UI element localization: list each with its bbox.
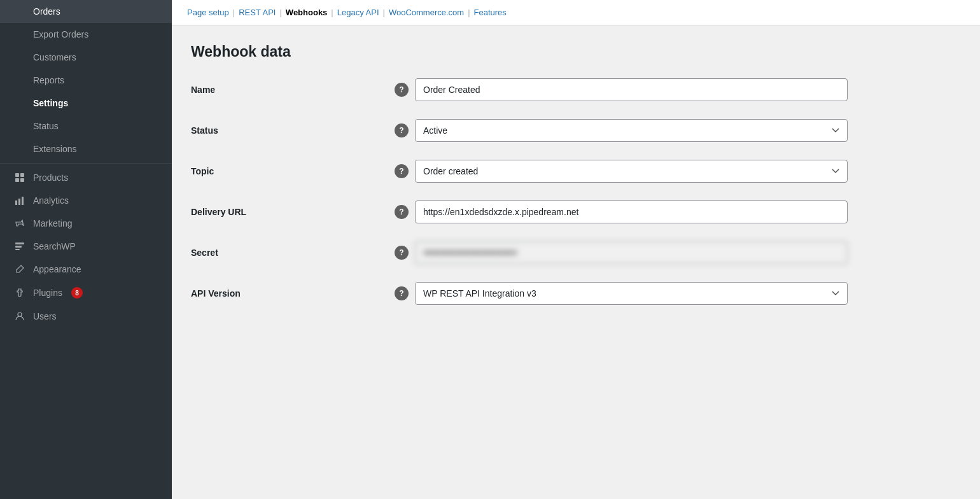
api-version-label: API Version [191, 282, 395, 299]
api-version-help-icon[interactable]: ? [395, 286, 409, 300]
topic-select[interactable]: Order created Order updated Order delete… [415, 160, 848, 183]
users-icon [13, 311, 27, 321]
sidebar-item-orders[interactable]: Orders [0, 0, 172, 23]
svg-rect-2 [15, 178, 19, 182]
svg-point-10 [18, 313, 22, 316]
svg-rect-0 [15, 173, 19, 177]
sidebar-item-marketing[interactable]: Marketing [0, 212, 172, 235]
svg-rect-6 [22, 197, 24, 205]
name-input[interactable] [415, 78, 848, 101]
sidebar-item-searchwp[interactable]: SearchWP [0, 235, 172, 258]
secret-input[interactable] [415, 241, 848, 264]
sidebar-item-extensions[interactable]: Extensions [0, 137, 172, 160]
svg-rect-8 [15, 246, 22, 248]
status-label: Status [191, 119, 395, 136]
searchwp-icon [13, 241, 27, 251]
secret-field: ? [395, 241, 961, 264]
marketing-icon [13, 218, 27, 228]
secret-help-icon[interactable]: ? [395, 246, 409, 260]
topic-label: Topic [191, 160, 395, 176]
subnav-rest-api[interactable]: REST API [239, 8, 276, 17]
sidebar-item-customers[interactable]: Customers [0, 46, 172, 69]
subnav-page-setup[interactable]: Page setup [187, 8, 229, 17]
api-version-field-row: API Version ? WP REST API Integration v3… [191, 282, 961, 305]
name-help-icon[interactable]: ? [395, 83, 409, 97]
sidebar: Orders Export Orders Customers Reports S… [0, 0, 172, 499]
sidebar-item-reports[interactable]: Reports [0, 69, 172, 92]
plugins-icon [13, 288, 27, 298]
plugins-badge: 8 [71, 287, 83, 299]
topic-field-row: Topic ? Order created Order updated Orde… [191, 160, 961, 183]
subnav-legacy-api[interactable]: Legacy API [337, 8, 379, 17]
delivery-url-help-icon[interactable]: ? [395, 205, 409, 219]
api-version-select[interactable]: WP REST API Integration v3 WP REST API I… [415, 282, 848, 305]
svg-rect-5 [18, 199, 20, 205]
delivery-url-input[interactable] [415, 200, 848, 223]
delivery-url-field-row: Delivery URL ? [191, 200, 961, 223]
page-title: Webhook data [191, 43, 961, 60]
sidebar-item-products[interactable]: Products [0, 166, 172, 189]
sidebar-item-export-orders[interactable]: Export Orders [0, 23, 172, 46]
svg-rect-7 [15, 242, 24, 244]
main-content: Page setup | REST API | Webhooks | Legac… [172, 0, 980, 499]
sidebar-item-users[interactable]: Users [0, 305, 172, 328]
subnav-woocommerce-com[interactable]: WooCommerce.com [389, 8, 464, 17]
api-version-field: ? WP REST API Integration v3 WP REST API… [395, 282, 961, 305]
sidebar-item-plugins[interactable]: Plugins 8 [0, 281, 172, 305]
sidebar-item-appearance[interactable]: Appearance [0, 258, 172, 281]
svg-rect-3 [20, 178, 24, 182]
svg-rect-9 [15, 249, 20, 250]
delivery-url-label: Delivery URL [191, 200, 395, 217]
name-field: ? [395, 78, 961, 101]
secret-field-row: Secret ? [191, 241, 961, 264]
status-field-row: Status ? Active Paused Disabled [191, 119, 961, 142]
svg-rect-4 [15, 200, 17, 205]
status-field: ? Active Paused Disabled [395, 119, 961, 142]
sub-navigation: Page setup | REST API | Webhooks | Legac… [172, 0, 980, 25]
name-field-row: Name ? [191, 78, 961, 101]
secret-label: Secret [191, 241, 395, 258]
svg-rect-1 [20, 173, 24, 177]
appearance-icon [13, 264, 27, 274]
sidebar-item-settings[interactable]: Settings [0, 92, 172, 115]
content-area: Webhook data Name ? Status ? Active Paus… [172, 25, 980, 341]
status-select[interactable]: Active Paused Disabled [415, 119, 848, 142]
delivery-url-field: ? [395, 200, 961, 223]
topic-help-icon[interactable]: ? [395, 164, 409, 178]
sidebar-item-analytics[interactable]: Analytics [0, 189, 172, 212]
products-icon [13, 172, 27, 183]
topic-field: ? Order created Order updated Order dele… [395, 160, 961, 183]
subnav-features[interactable]: Features [474, 8, 507, 17]
status-help-icon[interactable]: ? [395, 123, 409, 137]
subnav-webhooks[interactable]: Webhooks [286, 8, 328, 17]
sidebar-item-status[interactable]: Status [0, 115, 172, 137]
name-label: Name [191, 78, 395, 95]
analytics-icon [13, 195, 27, 206]
